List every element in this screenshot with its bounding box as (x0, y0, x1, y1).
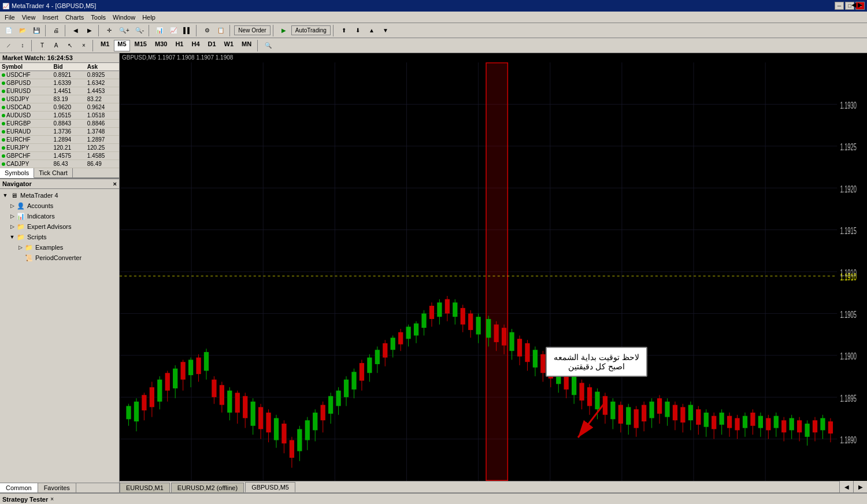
minimize-button[interactable]: ─ (835, 2, 844, 10)
nav-accounts[interactable]: ▷ 👤 Accounts (0, 201, 119, 211)
expert-btn1[interactable]: ⬆ (338, 24, 350, 37)
bar-chart-button[interactable]: ▌▌ (181, 24, 194, 37)
nav-metatrader4[interactable]: ▼ 🖥 MetaTrader 4 (0, 190, 119, 201)
period-m1[interactable]: M1 (97, 40, 113, 51)
expert-btn4[interactable]: ▼ (379, 24, 392, 37)
market-watch: Market Watch: 16:24:53 Symbol Bid Ask US… (0, 53, 119, 178)
navigator-close-icon[interactable]: × (113, 180, 117, 187)
indicators-button[interactable]: ⚙ (201, 24, 213, 37)
market-watch-body: USDCHF 0.8921 0.8925 GBPUSD 1.6339 1.634… (0, 71, 119, 168)
chart-tab-eurusd-m1[interactable]: EURUSD,M1 (120, 483, 170, 492)
autotrading-button[interactable]: AutoTrading (291, 25, 331, 35)
chart-tab-gbpusd-m5[interactable]: GBPUSD,M5 (245, 482, 295, 492)
svg-rect-195 (805, 424, 809, 437)
chart-canvas[interactable]: 1.1930 1.1925 1.1920 1.1915 1.1910 1.190… (120, 62, 867, 481)
st-left-arrow[interactable]: ◀ (851, 1, 856, 8)
separator7 (273, 25, 275, 36)
tab-tick-chart[interactable]: Tick Chart (34, 168, 73, 177)
nav-expert-advisors[interactable]: ▷ 📁 Expert Advisors (0, 221, 119, 232)
svg-text:1.1925: 1.1925 (840, 142, 857, 153)
chart-area[interactable]: GBPUSD,M5 1.1907 1.1908 1.1907 1.1908 (120, 53, 867, 492)
market-watch-row[interactable]: EURAUD 1.3736 1.3748 (0, 128, 119, 136)
nav-indicators[interactable]: ▷ 📊 Indicators (0, 211, 119, 221)
print-button[interactable]: 🖨 (50, 24, 62, 37)
menu-window[interactable]: Window (109, 13, 139, 22)
chart-scroll-left[interactable]: ◀ (839, 481, 853, 492)
market-watch-row[interactable]: EURCHF 1.2894 1.2897 (0, 136, 119, 144)
arrow-tool[interactable]: ↕ (16, 39, 29, 52)
new-order-button[interactable]: New Order (234, 25, 270, 35)
market-watch-row[interactable]: USDCHF 0.8921 0.8925 (0, 71, 119, 79)
tab-favorites[interactable]: Favorites (38, 483, 76, 492)
open-button[interactable]: 📂 (16, 24, 29, 37)
market-watch-row[interactable]: EURJPY 120.21 120.25 (0, 144, 119, 152)
navigator: Navigator × ▼ 🖥 MetaTrader 4 ▷ 👤 Account… (0, 178, 119, 483)
templates-button[interactable]: 📋 (214, 24, 227, 37)
main-area: Market Watch: 16:24:53 Symbol Bid Ask US… (0, 53, 867, 492)
line-tool[interactable]: ⟋ (2, 39, 15, 52)
period-h4[interactable]: H4 (188, 40, 203, 51)
market-watch-row[interactable]: USDCAD 0.9620 0.9624 (0, 103, 119, 112)
tab-symbols[interactable]: Symbols (0, 168, 34, 178)
forward-button[interactable]: ▶ (83, 24, 96, 37)
separator5 (196, 25, 198, 36)
shape-tool[interactable]: A (50, 39, 62, 52)
expert-btn3[interactable]: ▲ (365, 24, 378, 37)
period-m30[interactable]: M30 (151, 40, 171, 51)
market-watch-row[interactable]: GBPUSD 1.6339 1.6342 (0, 79, 119, 87)
menu-tools[interactable]: Tools (87, 13, 109, 22)
ask-cell: 1.4585 (86, 152, 119, 160)
annotation-line2: اصبح كل دقيقتين (554, 362, 639, 371)
symbol-cell: AUDUSD (0, 112, 52, 120)
svg-rect-149 (626, 407, 631, 424)
menu-charts[interactable]: Charts (62, 13, 87, 22)
menu-help[interactable]: Help (139, 13, 159, 22)
text-tool[interactable]: T (36, 39, 49, 52)
nav-scripts[interactable]: ▼ 📁 Scripts (0, 232, 119, 242)
period-d1[interactable]: D1 (205, 40, 220, 51)
st-right-arrow[interactable]: ▶ (858, 1, 862, 8)
chart-type-button[interactable]: 📊 (153, 24, 166, 37)
menu-insert[interactable]: Insert (39, 13, 62, 22)
period-w1[interactable]: W1 (221, 40, 238, 51)
chart-tab-eurusd-m2[interactable]: EURUSD,M2 (offline) (171, 483, 244, 492)
new-chart-button[interactable]: 📄 (2, 24, 15, 37)
market-watch-row[interactable]: CADJPY 86.43 86.49 (0, 160, 119, 168)
market-watch-row[interactable]: GBPCHF 1.4575 1.4585 (0, 152, 119, 160)
ask-cell: 1.3748 (86, 128, 119, 136)
svg-rect-37 (188, 360, 193, 375)
market-watch-row[interactable]: USDJPY 83.19 83.22 (0, 95, 119, 103)
menu-file[interactable]: File (1, 13, 18, 22)
crosshair-button[interactable]: ✛ (103, 24, 116, 37)
market-watch-row[interactable]: EURGBP 0.8843 0.8846 (0, 120, 119, 128)
chart-header: GBPUSD,M5 1.1907 1.1908 1.1907 1.1908 (120, 53, 867, 62)
search-button[interactable]: 🔍 (262, 39, 275, 52)
delete-tool[interactable]: × (77, 39, 90, 52)
period-h1[interactable]: H1 (172, 40, 187, 51)
zoom-in-button[interactable]: 🔍+ (117, 24, 132, 37)
period-m15[interactable]: M15 (131, 40, 150, 51)
chart-scroll-right[interactable]: ▶ (853, 481, 867, 492)
bid-cell: 0.9620 (52, 103, 86, 112)
nav-period-converter[interactable]: 📜 PeriodConverter (0, 253, 119, 263)
save-button[interactable]: 💾 (30, 24, 43, 37)
back-button[interactable]: ◀ (69, 24, 82, 37)
scripts-expand-icon: ▼ (8, 234, 16, 240)
st-close-icon[interactable]: × (50, 496, 54, 502)
select-tool[interactable]: ↖ (64, 39, 76, 52)
period-m5[interactable]: M5 (114, 40, 129, 51)
svg-rect-53 (251, 402, 255, 426)
bid-cell: 1.0515 (52, 112, 86, 120)
svg-rect-35 (181, 362, 186, 379)
zoom-out-button[interactable]: 🔍- (133, 24, 146, 37)
svg-rect-155 (649, 402, 654, 418)
menu-view[interactable]: View (18, 13, 39, 22)
expert-btn2[interactable]: ⬇ (351, 24, 364, 37)
tab-common[interactable]: Common (0, 483, 38, 492)
line-chart-button[interactable]: 📈 (167, 24, 180, 37)
market-watch-row[interactable]: AUDUSD 1.0515 1.0518 (0, 112, 119, 120)
market-watch-row[interactable]: EURUSD 1.4451 1.4453 (0, 87, 119, 95)
nav-examples[interactable]: ▷ 📁 Examples (0, 242, 119, 253)
nav-period-converter-label: PeriodConverter (35, 254, 81, 261)
period-mn[interactable]: MN (238, 40, 255, 51)
